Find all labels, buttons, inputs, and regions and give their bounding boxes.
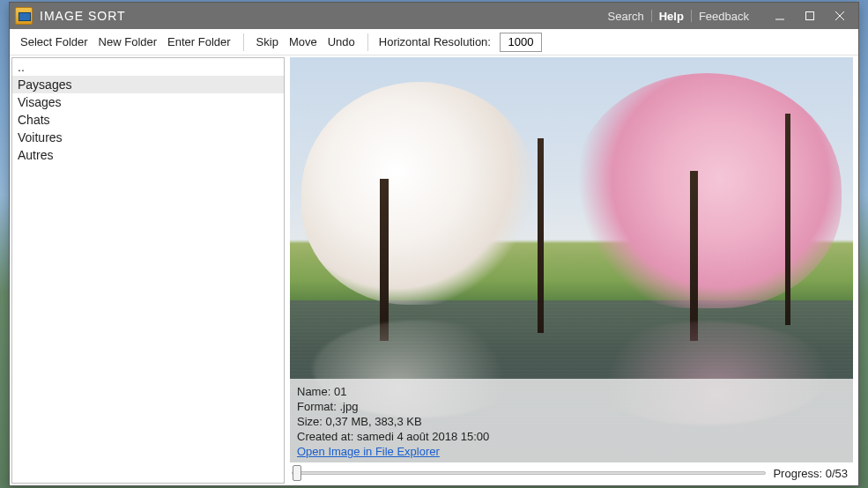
progress-slider[interactable] [292,471,766,475]
info-size-label: Size: [297,415,326,428]
titlebar-link-feedback[interactable]: Feedback [692,10,756,23]
info-format-label: Format: [297,400,339,413]
maximize-button[interactable] [795,3,825,29]
folder-item-chats[interactable]: Chats [12,111,284,129]
image-info-panel: Name: 01 Format: .jpg Size: 0,37 MB, 383… [290,379,853,462]
hres-label: Horizontal Resolution: [379,35,491,48]
minimize-button[interactable] [765,3,795,29]
preview-pane: Name: 01 Format: .jpg Size: 0,37 MB, 383… [290,57,853,484]
preview-trunk [538,138,544,333]
toolbar-separator [367,33,368,51]
toolbar: Select Folder New Folder Enter Folder Sk… [10,29,858,55]
info-created-label: Created at: [297,430,357,443]
image-preview: Name: 01 Format: .jpg Size: 0,37 MB, 383… [290,57,853,462]
info-size: Size: 0,37 MB, 383,3 KB [297,414,846,429]
window-controls [765,3,855,29]
preview-tree-white [301,82,538,305]
app-icon [15,7,33,25]
titlebar-link-search[interactable]: Search [601,10,651,23]
move-button[interactable]: Move [286,33,321,50]
skip-button[interactable]: Skip [253,33,282,50]
folder-item-visages[interactable]: Visages [12,93,284,111]
preview-trunk [785,114,790,324]
new-folder-button[interactable]: New Folder [95,33,160,50]
folder-item-paysages[interactable]: Paysages [12,76,284,93]
titlebar-link-help[interactable]: Help [652,10,691,23]
info-format-value: .jpg [339,400,358,413]
info-format: Format: .jpg [297,399,846,414]
open-in-explorer-link[interactable]: Open Image in File Explorer [297,445,440,458]
app-window: IMAGE SORT Search Help Feedback Select F… [9,2,859,486]
progress-label: Progress: 0/53 [773,467,849,480]
preview-trunk [690,171,698,341]
progress-prefix: Progress: [773,467,825,480]
toolbar-separator [243,33,244,51]
svg-rect-1 [806,12,814,20]
folder-sidebar[interactable]: .. Paysages Visages Chats Voitures Autre… [11,57,285,484]
preview-trunk [380,179,389,341]
info-name: Name: 01 [297,384,846,399]
folder-item-autres[interactable]: Autres [12,146,284,164]
folder-item-voitures[interactable]: Voitures [12,129,284,146]
progress-slider-thumb[interactable] [293,465,301,481]
close-icon [835,11,845,21]
preview-tree-pink [572,73,842,308]
enter-folder-button[interactable]: Enter Folder [164,33,234,50]
info-size-value: 0,37 MB, 383,3 KB [326,415,422,428]
select-folder-button[interactable]: Select Folder [17,33,92,50]
app-title: IMAGE SORT [40,9,126,23]
close-button[interactable] [825,3,855,29]
progress-row: Progress: 0/53 [290,462,853,484]
info-name-label: Name: [297,385,334,398]
undo-button[interactable]: Undo [324,33,359,50]
titlebar: IMAGE SORT Search Help Feedback [10,3,858,29]
info-name-value: 01 [334,385,346,398]
hres-input[interactable] [500,33,542,52]
main-area: .. Paysages Visages Chats Voitures Autre… [10,55,858,485]
minimize-icon [775,11,785,21]
info-created-value: samedi 4 août 2018 15:00 [357,430,489,443]
progress-value: 0/53 [826,467,848,480]
folder-item-parent[interactable]: .. [12,58,284,76]
info-created: Created at: samedi 4 août 2018 15:00 [297,429,846,444]
maximize-icon [805,11,815,21]
